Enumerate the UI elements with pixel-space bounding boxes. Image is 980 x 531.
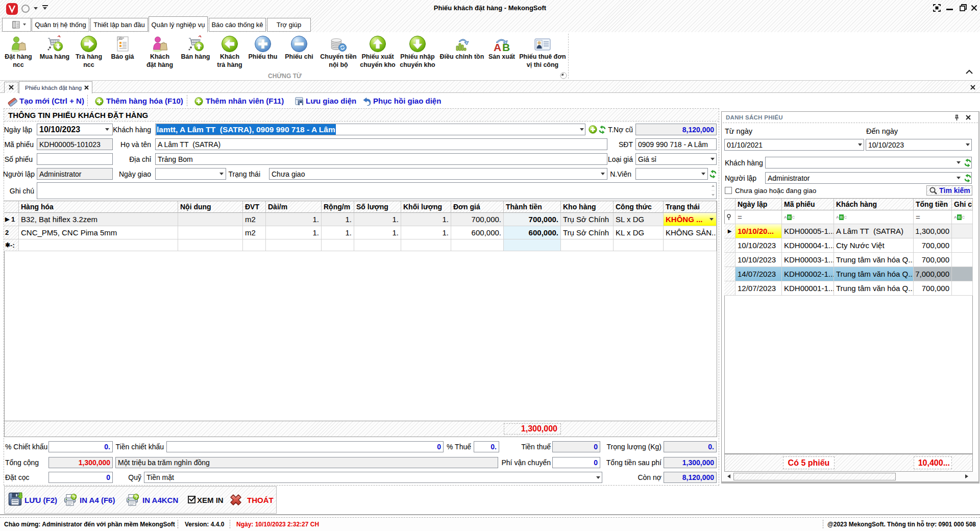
- svg-text:A: A: [494, 41, 501, 52]
- svg-text:B: B: [502, 41, 510, 52]
- svg-text:?: ?: [135, 494, 138, 500]
- svg-text:?: ?: [72, 494, 76, 500]
